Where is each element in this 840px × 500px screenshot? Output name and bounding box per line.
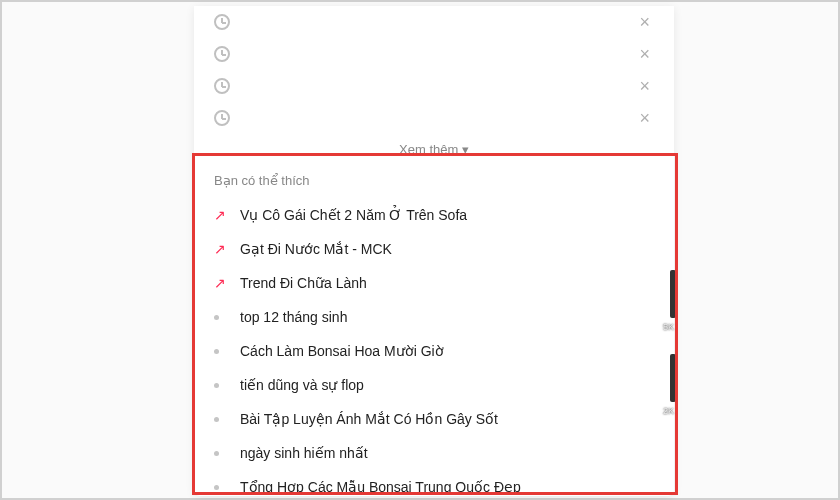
history-row[interactable]: ×	[194, 70, 674, 102]
suggestion-item[interactable]: ngày sinh hiếm nhất	[214, 436, 654, 470]
suggestion-label: Vụ Cô Gái Chết 2 Năm Ở Trên Sofa	[240, 207, 654, 223]
close-icon[interactable]: ×	[635, 9, 654, 35]
suggestion-label: Gạt Đi Nước Mắt - MCK	[240, 241, 654, 257]
trending-up-icon: ↗	[214, 276, 232, 290]
feed-thumb[interactable]: 5K	[670, 270, 676, 318]
suggestion-label: Bài Tập Luyện Ánh Mắt Có Hồn Gây Sốt	[240, 411, 654, 427]
clock-icon	[214, 78, 230, 94]
see-more-link[interactable]: Xem thêm ▾	[194, 134, 674, 163]
suggestion-label: ngày sinh hiếm nhất	[240, 445, 654, 461]
bullet-icon	[214, 485, 232, 490]
suggestion-label: Tổng Hợp Các Mẫu Bonsai Trung Quốc Đẹp	[240, 479, 654, 495]
trending-up-icon: ↗	[214, 208, 232, 222]
close-icon[interactable]: ×	[635, 73, 654, 99]
feed-thumb-badge: 2K	[663, 406, 674, 416]
bullet-icon	[214, 315, 232, 320]
suggestions-section: Bạn có thể thích ↗ Vụ Cô Gái Chết 2 Năm …	[194, 163, 674, 496]
feed-thumb[interactable]: 2K	[670, 354, 676, 402]
suggestions-heading: Bạn có thể thích	[214, 173, 654, 188]
suggestion-item[interactable]: ↗ Gạt Đi Nước Mắt - MCK	[214, 232, 654, 266]
trending-up-icon: ↗	[214, 242, 232, 256]
history-row[interactable]: ×	[194, 102, 674, 134]
app-frame: × × × × Xem thêm ▾ Bạn có thể thích ↗ Vụ…	[0, 0, 840, 500]
suggestion-label: tiến dũng và sự flop	[240, 377, 654, 393]
clock-icon	[214, 14, 230, 30]
bullet-icon	[214, 417, 232, 422]
clock-icon	[214, 110, 230, 126]
feed-thumb-badge: 5K	[663, 322, 674, 332]
suggestion-label: Trend Đi Chữa Lành	[240, 275, 654, 291]
bullet-icon	[214, 451, 232, 456]
close-icon[interactable]: ×	[635, 41, 654, 67]
suggestion-item[interactable]: Bài Tập Luyện Ánh Mắt Có Hồn Gây Sốt	[214, 402, 654, 436]
bullet-icon	[214, 383, 232, 388]
suggestion-item[interactable]: top 12 tháng sinh	[214, 300, 654, 334]
clock-icon	[214, 46, 230, 62]
suggestion-item[interactable]: ↗ Vụ Cô Gái Chết 2 Năm Ở Trên Sofa	[214, 198, 654, 232]
suggestion-item[interactable]: Tổng Hợp Các Mẫu Bonsai Trung Quốc Đẹp	[214, 470, 654, 496]
feed-column: 5K 2K	[670, 270, 676, 438]
bullet-icon	[214, 349, 232, 354]
suggestion-label: top 12 tháng sinh	[240, 309, 654, 325]
suggestion-item[interactable]: tiến dũng và sự flop	[214, 368, 654, 402]
close-icon[interactable]: ×	[635, 105, 654, 131]
suggestion-label: Cách Làm Bonsai Hoa Mười Giờ	[240, 343, 654, 359]
history-row[interactable]: ×	[194, 6, 674, 38]
suggestion-item[interactable]: Cách Làm Bonsai Hoa Mười Giờ	[214, 334, 654, 368]
search-dropdown-panel: × × × × Xem thêm ▾ Bạn có thể thích ↗ Vụ…	[194, 6, 674, 496]
history-row[interactable]: ×	[194, 38, 674, 70]
suggestion-item[interactable]: ↗ Trend Đi Chữa Lành	[214, 266, 654, 300]
